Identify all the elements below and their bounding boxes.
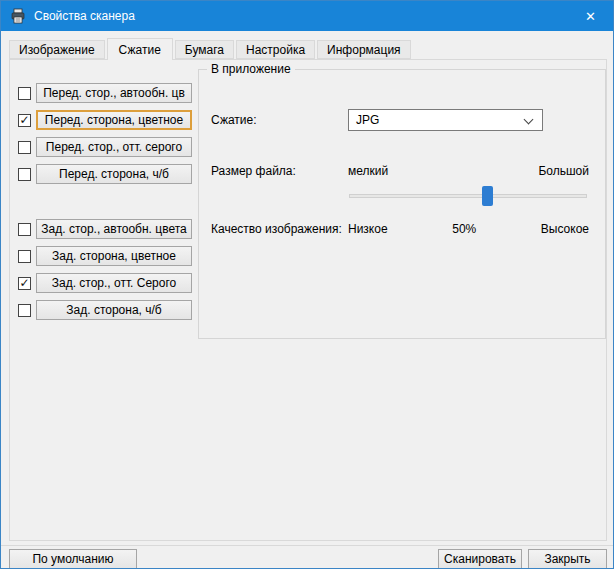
file-size-min-label: мелкий [348,164,388,178]
compression-select[interactable]: JPG [348,109,543,131]
file-size-slider-track[interactable] [349,194,587,198]
chevron-down-icon [524,115,534,125]
button-back-color[interactable]: Зад. сторона, цветное [36,246,192,266]
tab-settings[interactable]: Настройка [236,40,315,59]
row-back-color: ✓ Зад. сторона, цветное [18,246,192,266]
row-front-color: ✓ Перед. сторона, цветное [18,110,192,130]
compression-label: Сжатие: [211,109,257,131]
row-front-gray: ✓ Перед. стор., отт. серого [18,137,192,157]
button-back-auto-color[interactable]: Зад. стор., автообн. цвета [36,219,192,239]
file-size-range-labels: мелкий Большой [348,163,589,179]
default-button[interactable]: По умолчанию [9,549,137,569]
tab-paper[interactable]: Бумага [175,40,234,59]
tab-compression[interactable]: Сжатие [107,38,173,60]
checkbox-front-gray[interactable]: ✓ [18,141,31,154]
row-back-auto-color: ✓ Зад. стор., автообн. цвета [18,219,192,239]
scan-button[interactable]: Сканировать [438,549,522,569]
compression-tab-page: ✓ Перед. стор., автообн. цв ✓ Перед. сто… [9,59,607,541]
row-back-gray: ✓ Зад. стор., отт. Серого [18,273,192,293]
in-application-group: В приложение Сжатие: JPG Размер файла: м… [198,69,606,339]
tab-info[interactable]: Информация [317,40,410,59]
scanner-properties-dialog: Свойства сканера ✕ Изображение Сжатие Бу… [0,0,614,569]
row-front-bw: ✓ Перед. сторона, ч/б [18,164,192,184]
titlebar-close-button[interactable]: ✕ [568,1,613,31]
quality-max-label: Высокое [541,222,589,236]
footer-divider [1,545,614,546]
checkbox-front-color[interactable]: ✓ [18,114,31,127]
button-front-bw[interactable]: Перед. сторона, ч/б [36,164,192,184]
checkbox-front-auto-color[interactable]: ✓ [18,87,31,100]
quality-range-labels: Низкое 50% Высокое [348,221,589,237]
group-title: В приложение [207,62,295,76]
file-size-label: Размер файла: [211,160,296,182]
checkbox-back-color[interactable]: ✓ [18,250,31,263]
tab-strip: Изображение Сжатие Бумага Настройка Инфо… [9,38,413,60]
button-front-auto-color[interactable]: Перед. стор., автообн. цв [36,83,192,103]
quality-label: Качество изображения: [211,218,342,240]
quality-min-label: Низкое [348,222,388,236]
row-front-auto-color: ✓ Перед. стор., автообн. цв [18,83,192,103]
window-title: Свойства сканера [34,9,135,23]
checkbox-back-bw[interactable]: ✓ [18,304,31,317]
quality-value: 50% [452,222,476,236]
button-front-color[interactable]: Перед. сторона, цветное [36,110,192,130]
close-button[interactable]: Закрыть [528,549,607,569]
tab-image[interactable]: Изображение [9,40,105,59]
file-size-slider-handle[interactable] [482,186,493,206]
printer-icon [10,8,26,24]
checkbox-back-gray[interactable]: ✓ [18,277,31,290]
button-back-gray[interactable]: Зад. стор., отт. Серого [36,273,192,293]
row-back-bw: ✓ Зад. сторона, ч/б [18,300,192,320]
file-size-slider [349,184,587,208]
checkbox-front-bw[interactable]: ✓ [18,168,31,181]
file-size-max-label: Большой [538,164,589,178]
button-front-gray[interactable]: Перед. стор., отт. серого [36,137,192,157]
checkbox-back-auto-color[interactable]: ✓ [18,223,31,236]
titlebar[interactable]: Свойства сканера ✕ [1,1,613,31]
compression-value: JPG [356,113,379,127]
checkmark-icon: ✓ [19,277,29,289]
checkmark-icon: ✓ [19,114,29,126]
button-back-bw[interactable]: Зад. сторона, ч/б [36,300,192,320]
